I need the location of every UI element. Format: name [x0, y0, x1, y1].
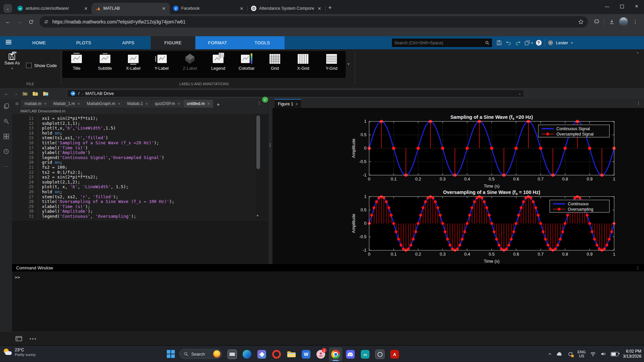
- code-line-22[interactable]: 22ts2 = 0:1/fs2:1;: [12, 170, 256, 175]
- code-line-21[interactable]: 21fs2 = 100;: [12, 165, 256, 170]
- taskbar-app-people[interactable]: 1: [314, 347, 328, 361]
- editor-tab-close-icon[interactable]: ×: [146, 102, 148, 106]
- battery-icon[interactable]: [611, 352, 618, 356]
- taskbar-app-github-desktop[interactable]: [373, 347, 387, 361]
- editor-tab-close-icon[interactable]: ×: [78, 102, 80, 106]
- wifi-icon[interactable]: [590, 352, 596, 357]
- breadcrumb-location[interactable]: MATLAB Drive: [85, 91, 114, 96]
- layout-button[interactable]: ▾: [524, 40, 533, 46]
- code-line-29[interactable]: 29xlabel('Time (s)');: [12, 204, 256, 209]
- code-line-28[interactable]: 28title('Oversampling of a Sine Wave (f_…: [12, 199, 256, 204]
- toolstrip-tab-format[interactable]: FORMAT: [195, 36, 240, 49]
- browser-tab-facebook[interactable]: fFacebook✕: [170, 3, 248, 14]
- code-line-24[interactable]: 24subplot(2,1,2);: [12, 180, 256, 185]
- taskbar-search[interactable]: Search: [179, 349, 222, 359]
- reload-button[interactable]: [26, 16, 36, 27]
- minimize-button[interactable]: —: [600, 0, 614, 13]
- code-line-11[interactable]: 11xs1 = sin(2*pi*f*ts1);: [12, 116, 256, 121]
- taskbar-app-file-explorer[interactable]: [285, 347, 298, 361]
- code-line-30[interactable]: 30ylabel('Amplitude');: [12, 209, 256, 214]
- ribbon-item-grid[interactable]: Grid: [261, 51, 289, 78]
- clock-widget[interactable]: 6:02 PM 3/13/2026: [623, 349, 641, 359]
- toolstrip-tab-plots[interactable]: PLOTS: [61, 36, 106, 49]
- editor-tab-quizdsp-m[interactable]: quizDSP.m×: [152, 100, 183, 108]
- forward-button[interactable]: →: [14, 16, 25, 27]
- user-menu-chevron-icon[interactable]: ▾: [571, 41, 573, 45]
- editor-tab-matlab-1-m[interactable]: Matlab_1.m×: [50, 100, 83, 108]
- editor-tab-close-icon[interactable]: ×: [207, 102, 209, 106]
- taskbar-app-edge[interactable]: [240, 347, 254, 361]
- editor-tab-matlabgraph-m[interactable]: MatlabGraph.m×: [84, 100, 123, 108]
- profile-avatar[interactable]: [619, 17, 628, 26]
- show-code-checkbox[interactable]: [26, 63, 32, 68]
- address-bar[interactable]: https://matlab.mathworks.com/?elqsid=ytf…: [40, 16, 588, 28]
- editor-tab-matlab-1[interactable]: Matlab.1×: [124, 100, 151, 108]
- toolstrip-menu-icon[interactable]: [6, 40, 11, 45]
- search-input[interactable]: [392, 41, 485, 45]
- code-line-23[interactable]: 23xs2 = sin(2*pi*f*ts2);: [12, 175, 256, 180]
- command-window-menu-icon[interactable]: ⋮: [636, 265, 640, 270]
- ribbon-item-ygrid[interactable]: Y-Grid: [317, 51, 346, 78]
- group-dropdown-chevron-icon[interactable]: ▾: [348, 62, 349, 66]
- code-line-25[interactable]: 25plot(t, x, 'b', 'LineWidth', 1.5);: [12, 185, 256, 190]
- ribbon-item-legend[interactable]: Legend: [204, 51, 232, 78]
- breadcrumb-root[interactable]: /: [78, 91, 80, 96]
- tab-close-icon[interactable]: ✕: [161, 6, 166, 11]
- bottom-more-icon[interactable]: •••: [30, 336, 37, 342]
- undo-icon[interactable]: [505, 40, 512, 46]
- taskbar-app-photos[interactable]: [255, 347, 268, 361]
- save-icon[interactable]: [496, 40, 502, 46]
- rail-more-icon[interactable]: ···: [3, 163, 9, 169]
- up-folder-icon[interactable]: [22, 91, 28, 96]
- code-line-19[interactable]: 19legend('Continuous Signal','Oversample…: [12, 155, 256, 160]
- editor-tab-matlab-m[interactable]: matlab.m×: [21, 100, 50, 108]
- rail-files-icon[interactable]: [3, 103, 9, 109]
- code-line-17[interactable]: 17xlabel('Time (s)'): [12, 146, 256, 151]
- taskbar-app-chrome[interactable]: [329, 347, 342, 361]
- ribbon-item-subtitle[interactable]: Subtitle: [91, 51, 119, 78]
- tray-expand-icon[interactable]: [548, 352, 552, 356]
- search-highlight-icon[interactable]: [213, 350, 220, 358]
- code-editor[interactable]: 11xs1 = sin(2*pi*f*ts1);12subplot(2,1,1)…: [12, 114, 256, 220]
- volume-icon[interactable]: [600, 351, 606, 357]
- editor-tab-close-icon[interactable]: ×: [178, 102, 180, 106]
- bookmark-star-icon[interactable]: [578, 19, 584, 25]
- weather-widget[interactable]: 23°C Partly sunny: [3, 348, 36, 357]
- terminal-panel-icon[interactable]: [15, 336, 22, 342]
- drive-breadcrumb[interactable]: / › MATLAB Drive ⌄: [67, 90, 524, 97]
- taskbar-app-word[interactable]: W: [299, 347, 313, 361]
- code-line-31[interactable]: 31legend('Continuous', 'Oversampling');: [12, 214, 256, 219]
- ribbon-collapse-icon[interactable]: ▴: [637, 51, 639, 54]
- tab-close-icon[interactable]: ✕: [83, 6, 89, 11]
- browser-tab-matlab[interactable]: MATLAB✕: [92, 3, 170, 14]
- editor-tab-untitled-m[interactable]: untitled.m×: [184, 100, 213, 108]
- command-window-header[interactable]: Command Window ⋮: [12, 264, 644, 271]
- show-code-toggle[interactable]: Show Code: [26, 63, 57, 68]
- rail-workspace-icon[interactable]: [3, 133, 9, 140]
- code-line-16[interactable]: 16title('Sampling of a Sine Wave (f_s =2…: [12, 141, 256, 146]
- command-window[interactable]: >>: [12, 271, 644, 331]
- sync-icon[interactable]: [567, 351, 573, 357]
- downloads-button[interactable]: [606, 16, 617, 27]
- code-line-26[interactable]: 26hold on;: [12, 190, 256, 195]
- extensions-button[interactable]: [591, 16, 602, 27]
- code-line-20[interactable]: 20grid on;: [12, 160, 256, 165]
- language-indicator[interactable]: ENG US: [578, 350, 586, 358]
- toolstrip-tab-tools[interactable]: TOOLS: [240, 36, 285, 49]
- rail-search-icon[interactable]: [3, 118, 9, 124]
- taskbar-app-arduino-ide[interactable]: ∞: [358, 347, 372, 361]
- figure-tab-close-icon[interactable]: ×: [296, 102, 298, 106]
- ribbon-item-xlabel[interactable]: X-Label: [119, 51, 147, 78]
- editor-new-tab-button[interactable]: +: [213, 102, 223, 108]
- maximize-button[interactable]: [614, 0, 629, 13]
- open-folder-icon[interactable]: [32, 91, 39, 96]
- tab-search-button[interactable]: ⌄: [3, 4, 12, 13]
- figure-tab[interactable]: Figure 1 ×: [275, 99, 301, 108]
- code-line-15[interactable]: 15stem(ts1,xs1,'r','filled'): [12, 136, 256, 141]
- new-tab-button[interactable]: +: [328, 4, 332, 11]
- tab-close-icon[interactable]: ✕: [239, 6, 244, 11]
- ribbon-item-ylabel[interactable]: Y-Label: [147, 51, 176, 78]
- browser-menu-button[interactable]: ⋮: [630, 16, 641, 27]
- tab-close-icon[interactable]: ✕: [317, 6, 322, 11]
- onedrive-icon[interactable]: [556, 352, 563, 356]
